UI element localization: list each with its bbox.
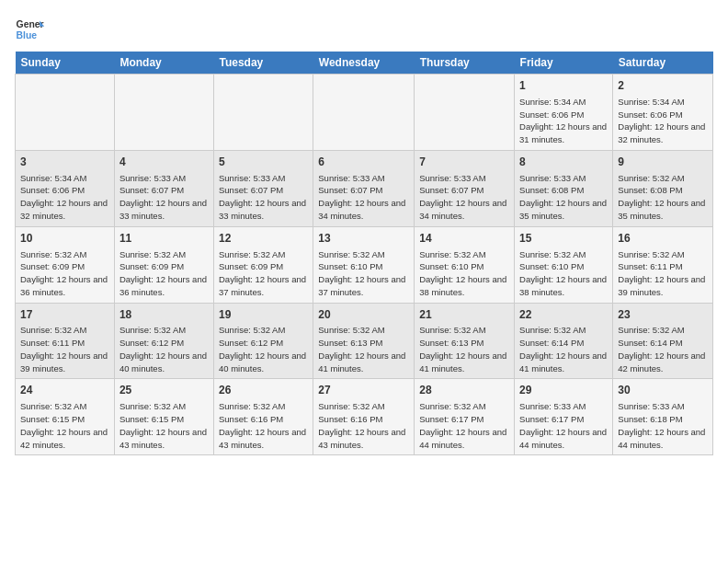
calendar-cell [213, 75, 313, 151]
calendar-cell: 29Sunrise: 5:33 AM Sunset: 6:17 PM Dayli… [515, 379, 613, 455]
day-number: 15 [519, 231, 608, 247]
calendar-cell: 1Sunrise: 5:34 AM Sunset: 6:06 PM Daylig… [515, 75, 613, 151]
day-info: Sunrise: 5:34 AM Sunset: 6:06 PM Dayligh… [20, 172, 109, 223]
day-number: 18 [119, 307, 209, 323]
day-header-friday: Friday [515, 52, 613, 75]
calendar-cell: 15Sunrise: 5:32 AM Sunset: 6:10 PM Dayli… [515, 226, 613, 303]
calendar-cell: 16Sunrise: 5:32 AM Sunset: 6:11 PM Dayli… [613, 226, 713, 303]
day-number: 6 [318, 155, 409, 170]
day-info: Sunrise: 5:32 AM Sunset: 6:10 PM Dayligh… [419, 248, 509, 299]
day-info: Sunrise: 5:32 AM Sunset: 6:13 PM Dayligh… [419, 324, 509, 374]
day-info: Sunrise: 5:32 AM Sunset: 6:09 PM Dayligh… [20, 248, 109, 299]
day-number: 3 [20, 155, 109, 170]
day-number: 1 [519, 78, 608, 94]
day-info: Sunrise: 5:33 AM Sunset: 6:18 PM Dayligh… [618, 400, 708, 451]
calendar-cell: 5Sunrise: 5:33 AM Sunset: 6:07 PM Daylig… [213, 150, 313, 226]
calendar-cell: 21Sunrise: 5:32 AM Sunset: 6:13 PM Dayli… [415, 303, 515, 379]
calendar-cell: 18Sunrise: 5:32 AM Sunset: 6:12 PM Dayli… [114, 303, 213, 379]
week-row-2: 3Sunrise: 5:34 AM Sunset: 6:06 PM Daylig… [16, 150, 713, 226]
day-number: 13 [318, 231, 409, 247]
calendar-cell: 7Sunrise: 5:33 AM Sunset: 6:07 PM Daylig… [415, 150, 515, 226]
day-info: Sunrise: 5:32 AM Sunset: 6:09 PM Dayligh… [119, 248, 209, 299]
day-number: 21 [419, 307, 509, 323]
day-number: 5 [219, 155, 308, 170]
week-row-1: 1Sunrise: 5:34 AM Sunset: 6:06 PM Daylig… [16, 75, 713, 151]
week-row-4: 17Sunrise: 5:32 AM Sunset: 6:11 PM Dayli… [16, 303, 713, 379]
day-info: Sunrise: 5:32 AM Sunset: 6:11 PM Dayligh… [618, 248, 708, 299]
day-number: 24 [20, 383, 109, 398]
calendar-cell: 28Sunrise: 5:32 AM Sunset: 6:17 PM Dayli… [415, 379, 515, 455]
day-info: Sunrise: 5:33 AM Sunset: 6:17 PM Dayligh… [519, 400, 608, 451]
day-header-saturday: Saturday [613, 52, 713, 75]
day-number: 23 [618, 307, 708, 323]
calendar-cell [313, 75, 415, 151]
day-info: Sunrise: 5:33 AM Sunset: 6:08 PM Dayligh… [519, 172, 608, 223]
day-header-monday: Monday [114, 52, 213, 75]
day-number: 27 [318, 383, 409, 398]
calendar-cell: 14Sunrise: 5:32 AM Sunset: 6:10 PM Dayli… [415, 226, 515, 303]
day-info: Sunrise: 5:32 AM Sunset: 6:11 PM Dayligh… [20, 324, 109, 374]
calendar-cell: 23Sunrise: 5:32 AM Sunset: 6:14 PM Dayli… [613, 303, 713, 379]
day-number: 29 [519, 383, 608, 398]
day-info: Sunrise: 5:32 AM Sunset: 6:15 PM Dayligh… [119, 400, 209, 451]
calendar-cell: 26Sunrise: 5:32 AM Sunset: 6:16 PM Dayli… [213, 379, 313, 455]
week-row-3: 10Sunrise: 5:32 AM Sunset: 6:09 PM Dayli… [16, 226, 713, 303]
calendar-cell: 25Sunrise: 5:32 AM Sunset: 6:15 PM Dayli… [114, 379, 213, 455]
calendar-cell [16, 75, 115, 151]
day-info: Sunrise: 5:34 AM Sunset: 6:06 PM Dayligh… [519, 96, 608, 146]
day-number: 19 [219, 307, 308, 323]
calendar-cell: 2Sunrise: 5:34 AM Sunset: 6:06 PM Daylig… [613, 75, 713, 151]
day-number: 22 [519, 307, 608, 323]
day-info: Sunrise: 5:32 AM Sunset: 6:16 PM Dayligh… [219, 400, 308, 451]
day-number: 16 [618, 231, 708, 247]
calendar-cell: 20Sunrise: 5:32 AM Sunset: 6:13 PM Dayli… [313, 303, 415, 379]
day-number: 20 [318, 307, 409, 323]
day-number: 30 [618, 383, 708, 398]
week-row-5: 24Sunrise: 5:32 AM Sunset: 6:15 PM Dayli… [16, 379, 713, 455]
calendar-cell: 27Sunrise: 5:32 AM Sunset: 6:16 PM Dayli… [313, 379, 415, 455]
day-number: 11 [119, 231, 209, 247]
calendar-cell: 22Sunrise: 5:32 AM Sunset: 6:14 PM Dayli… [515, 303, 613, 379]
calendar-cell: 12Sunrise: 5:32 AM Sunset: 6:09 PM Dayli… [213, 226, 313, 303]
day-info: Sunrise: 5:32 AM Sunset: 6:12 PM Dayligh… [119, 324, 209, 374]
day-header-tuesday: Tuesday [213, 52, 313, 75]
calendar-cell [114, 75, 213, 151]
day-info: Sunrise: 5:32 AM Sunset: 6:15 PM Dayligh… [20, 400, 109, 451]
calendar-cell: 11Sunrise: 5:32 AM Sunset: 6:09 PM Dayli… [114, 226, 213, 303]
day-info: Sunrise: 5:32 AM Sunset: 6:09 PM Dayligh… [219, 248, 308, 299]
day-info: Sunrise: 5:32 AM Sunset: 6:12 PM Dayligh… [219, 324, 308, 374]
day-number: 9 [618, 155, 708, 170]
day-info: Sunrise: 5:33 AM Sunset: 6:07 PM Dayligh… [219, 172, 308, 223]
calendar-cell: 19Sunrise: 5:32 AM Sunset: 6:12 PM Dayli… [213, 303, 313, 379]
day-info: Sunrise: 5:32 AM Sunset: 6:14 PM Dayligh… [618, 324, 708, 374]
logo: General Blue [15, 15, 44, 44]
day-header-thursday: Thursday [415, 52, 515, 75]
day-number: 7 [419, 155, 509, 170]
calendar-cell: 6Sunrise: 5:33 AM Sunset: 6:07 PM Daylig… [313, 150, 415, 226]
calendar-cell: 9Sunrise: 5:32 AM Sunset: 6:08 PM Daylig… [613, 150, 713, 226]
calendar-cell: 8Sunrise: 5:33 AM Sunset: 6:08 PM Daylig… [515, 150, 613, 226]
days-header-row: SundayMondayTuesdayWednesdayThursdayFrid… [16, 52, 713, 75]
day-number: 8 [519, 155, 608, 170]
day-info: Sunrise: 5:32 AM Sunset: 6:10 PM Dayligh… [318, 248, 409, 299]
day-number: 25 [119, 383, 209, 398]
day-number: 26 [219, 383, 308, 398]
day-info: Sunrise: 5:33 AM Sunset: 6:07 PM Dayligh… [419, 172, 509, 223]
day-info: Sunrise: 5:33 AM Sunset: 6:07 PM Dayligh… [318, 172, 409, 223]
calendar-cell: 10Sunrise: 5:32 AM Sunset: 6:09 PM Dayli… [16, 226, 115, 303]
day-header-sunday: Sunday [16, 52, 115, 75]
day-number: 17 [20, 307, 109, 323]
calendar-cell: 3Sunrise: 5:34 AM Sunset: 6:06 PM Daylig… [16, 150, 115, 226]
calendar-cell: 4Sunrise: 5:33 AM Sunset: 6:07 PM Daylig… [114, 150, 213, 226]
day-number: 28 [419, 383, 509, 398]
calendar-cell: 17Sunrise: 5:32 AM Sunset: 6:11 PM Dayli… [16, 303, 115, 379]
day-info: Sunrise: 5:32 AM Sunset: 6:08 PM Dayligh… [618, 172, 708, 223]
day-number: 12 [219, 231, 308, 247]
day-info: Sunrise: 5:32 AM Sunset: 6:10 PM Dayligh… [519, 248, 608, 299]
svg-text:Blue: Blue [17, 30, 38, 40]
calendar-table: SundayMondayTuesdayWednesdayThursdayFrid… [15, 52, 713, 455]
day-number: 10 [20, 231, 109, 247]
day-number: 4 [119, 155, 209, 170]
calendar-cell [415, 75, 515, 151]
day-info: Sunrise: 5:34 AM Sunset: 6:06 PM Dayligh… [618, 96, 708, 146]
